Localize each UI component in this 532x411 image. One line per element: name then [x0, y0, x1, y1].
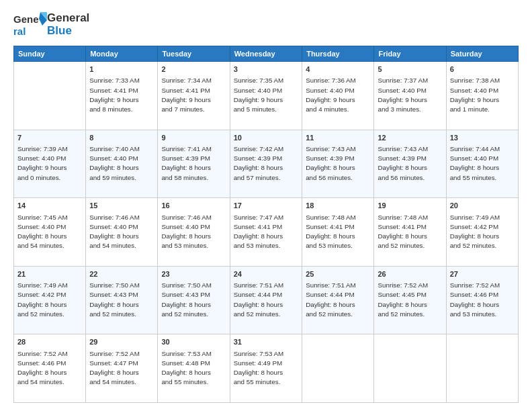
- calendar-cell: 10Sunrise: 7:42 AM Sunset: 4:39 PM Dayli…: [230, 130, 302, 198]
- calendar-cell: 27Sunrise: 7:52 AM Sunset: 4:46 PM Dayli…: [446, 266, 518, 334]
- day-number: 28: [17, 337, 82, 347]
- day-number: 20: [450, 201, 515, 211]
- calendar-cell: 14Sunrise: 7:45 AM Sunset: 4:40 PM Dayli…: [14, 198, 86, 267]
- day-number: 24: [234, 269, 299, 279]
- calendar-cell: 11Sunrise: 7:43 AM Sunset: 4:39 PM Dayli…: [302, 130, 374, 198]
- day-number: 14: [17, 201, 82, 211]
- day-number: 10: [234, 133, 299, 143]
- day-info: Sunrise: 7:35 AM Sunset: 4:40 PM Dayligh…: [234, 76, 299, 114]
- col-header-friday: Friday: [374, 46, 446, 62]
- day-info: Sunrise: 7:50 AM Sunset: 4:43 PM Dayligh…: [161, 281, 226, 319]
- calendar-cell: 7Sunrise: 7:39 AM Sunset: 4:40 PM Daylig…: [14, 130, 86, 198]
- day-info: Sunrise: 7:46 AM Sunset: 4:40 PM Dayligh…: [161, 213, 226, 251]
- calendar-cell: 20Sunrise: 7:49 AM Sunset: 4:42 PM Dayli…: [446, 198, 518, 267]
- calendar-cell: 5Sunrise: 7:37 AM Sunset: 4:40 PM Daylig…: [374, 62, 446, 130]
- col-header-tuesday: Tuesday: [158, 46, 230, 62]
- col-header-sunday: Sunday: [14, 46, 86, 62]
- day-info: Sunrise: 7:42 AM Sunset: 4:39 PM Dayligh…: [234, 144, 299, 183]
- day-number: 1: [89, 64, 154, 75]
- logo-svg: Gene ral: [13, 11, 47, 39]
- calendar-cell: 31Sunrise: 7:53 AM Sunset: 4:49 PM Dayli…: [230, 334, 302, 403]
- day-number: 31: [234, 337, 299, 347]
- day-number: 9: [161, 133, 226, 143]
- day-info: Sunrise: 7:52 AM Sunset: 4:47 PM Dayligh…: [89, 349, 154, 387]
- day-info: Sunrise: 7:36 AM Sunset: 4:40 PM Dayligh…: [306, 76, 370, 114]
- page: Gene ral General Blue SundayMondayTuesda…: [0, 0, 532, 411]
- day-info: Sunrise: 7:41 AM Sunset: 4:39 PM Dayligh…: [161, 144, 226, 183]
- calendar-cell: 8Sunrise: 7:40 AM Sunset: 4:40 PM Daylig…: [86, 130, 158, 198]
- calendar-cell: [374, 334, 446, 403]
- day-number: 8: [89, 133, 154, 143]
- calendar-cell: 9Sunrise: 7:41 AM Sunset: 4:39 PM Daylig…: [158, 130, 230, 198]
- calendar-cell: 24Sunrise: 7:51 AM Sunset: 4:44 PM Dayli…: [230, 266, 302, 334]
- calendar-cell: 19Sunrise: 7:48 AM Sunset: 4:41 PM Dayli…: [374, 198, 446, 267]
- day-number: 17: [234, 201, 299, 211]
- calendar-cell: 2Sunrise: 7:34 AM Sunset: 4:41 PM Daylig…: [158, 62, 230, 130]
- logo-line2: Blue: [47, 25, 89, 38]
- day-info: Sunrise: 7:43 AM Sunset: 4:39 PM Dayligh…: [306, 144, 370, 183]
- calendar-cell: 15Sunrise: 7:46 AM Sunset: 4:40 PM Dayli…: [86, 198, 158, 267]
- day-number: 26: [378, 269, 442, 279]
- day-info: Sunrise: 7:53 AM Sunset: 4:48 PM Dayligh…: [161, 349, 226, 387]
- day-info: Sunrise: 7:51 AM Sunset: 4:44 PM Dayligh…: [234, 281, 299, 319]
- calendar-cell: 13Sunrise: 7:44 AM Sunset: 4:40 PM Dayli…: [446, 130, 518, 198]
- calendar-cell: 25Sunrise: 7:51 AM Sunset: 4:44 PM Dayli…: [302, 266, 374, 334]
- day-number: 15: [89, 201, 154, 211]
- calendar-cell: 21Sunrise: 7:49 AM Sunset: 4:42 PM Dayli…: [14, 266, 86, 334]
- calendar-cell: 28Sunrise: 7:52 AM Sunset: 4:46 PM Dayli…: [14, 334, 86, 403]
- calendar-cell: 26Sunrise: 7:52 AM Sunset: 4:45 PM Dayli…: [374, 266, 446, 334]
- day-number: 22: [89, 269, 154, 279]
- day-info: Sunrise: 7:48 AM Sunset: 4:41 PM Dayligh…: [378, 213, 442, 251]
- calendar-cell: 4Sunrise: 7:36 AM Sunset: 4:40 PM Daylig…: [302, 62, 374, 130]
- calendar-header-row: SundayMondayTuesdayWednesdayThursdayFrid…: [14, 46, 519, 62]
- calendar-cell: [14, 62, 86, 130]
- calendar-cell: 18Sunrise: 7:48 AM Sunset: 4:41 PM Dayli…: [302, 198, 374, 267]
- day-number: 12: [378, 133, 442, 143]
- header: Gene ral General Blue: [13, 11, 519, 39]
- calendar-week-1: 1Sunrise: 7:33 AM Sunset: 4:41 PM Daylig…: [14, 62, 519, 130]
- day-info: Sunrise: 7:43 AM Sunset: 4:39 PM Dayligh…: [378, 144, 442, 183]
- calendar-cell: 3Sunrise: 7:35 AM Sunset: 4:40 PM Daylig…: [230, 62, 302, 130]
- logo-line1: General: [47, 12, 89, 25]
- day-info: Sunrise: 7:52 AM Sunset: 4:46 PM Dayligh…: [17, 349, 82, 387]
- day-info: Sunrise: 7:47 AM Sunset: 4:41 PM Dayligh…: [234, 213, 299, 251]
- calendar-week-4: 21Sunrise: 7:49 AM Sunset: 4:42 PM Dayli…: [14, 266, 519, 334]
- day-number: 7: [17, 133, 82, 143]
- calendar-cell: 30Sunrise: 7:53 AM Sunset: 4:48 PM Dayli…: [158, 334, 230, 403]
- day-info: Sunrise: 7:33 AM Sunset: 4:41 PM Dayligh…: [89, 76, 154, 114]
- day-number: 23: [161, 269, 226, 279]
- day-number: 30: [161, 337, 226, 347]
- day-number: 19: [378, 201, 442, 211]
- calendar-week-3: 14Sunrise: 7:45 AM Sunset: 4:40 PM Dayli…: [14, 198, 519, 267]
- calendar-cell: 17Sunrise: 7:47 AM Sunset: 4:41 PM Dayli…: [230, 198, 302, 267]
- col-header-thursday: Thursday: [302, 46, 374, 62]
- svg-text:ral: ral: [13, 26, 26, 37]
- day-number: 16: [161, 201, 226, 211]
- day-info: Sunrise: 7:34 AM Sunset: 4:41 PM Dayligh…: [161, 76, 226, 114]
- calendar-week-2: 7Sunrise: 7:39 AM Sunset: 4:40 PM Daylig…: [14, 130, 519, 198]
- logo: Gene ral General Blue: [13, 11, 89, 39]
- day-number: 6: [450, 64, 515, 75]
- day-number: 18: [306, 201, 370, 211]
- day-info: Sunrise: 7:52 AM Sunset: 4:46 PM Dayligh…: [450, 281, 515, 319]
- calendar-cell: 22Sunrise: 7:50 AM Sunset: 4:43 PM Dayli…: [86, 266, 158, 334]
- day-number: 27: [450, 269, 515, 279]
- day-number: 2: [161, 64, 226, 75]
- svg-text:Gene: Gene: [13, 13, 39, 25]
- day-number: 11: [306, 133, 370, 143]
- calendar-cell: 12Sunrise: 7:43 AM Sunset: 4:39 PM Dayli…: [374, 130, 446, 198]
- day-number: 5: [378, 64, 442, 75]
- day-number: 3: [234, 64, 299, 75]
- day-number: 29: [89, 337, 154, 347]
- day-info: Sunrise: 7:53 AM Sunset: 4:49 PM Dayligh…: [234, 349, 299, 387]
- calendar-cell: 16Sunrise: 7:46 AM Sunset: 4:40 PM Dayli…: [158, 198, 230, 267]
- day-info: Sunrise: 7:49 AM Sunset: 4:42 PM Dayligh…: [17, 281, 82, 319]
- day-info: Sunrise: 7:52 AM Sunset: 4:45 PM Dayligh…: [378, 281, 442, 319]
- day-info: Sunrise: 7:44 AM Sunset: 4:40 PM Dayligh…: [450, 144, 515, 183]
- calendar-table: SundayMondayTuesdayWednesdayThursdayFrid…: [13, 46, 519, 403]
- calendar-cell: [302, 334, 374, 403]
- calendar-week-5: 28Sunrise: 7:52 AM Sunset: 4:46 PM Dayli…: [14, 334, 519, 403]
- day-info: Sunrise: 7:39 AM Sunset: 4:40 PM Dayligh…: [17, 144, 82, 183]
- col-header-monday: Monday: [86, 46, 158, 62]
- day-info: Sunrise: 7:40 AM Sunset: 4:40 PM Dayligh…: [89, 144, 154, 183]
